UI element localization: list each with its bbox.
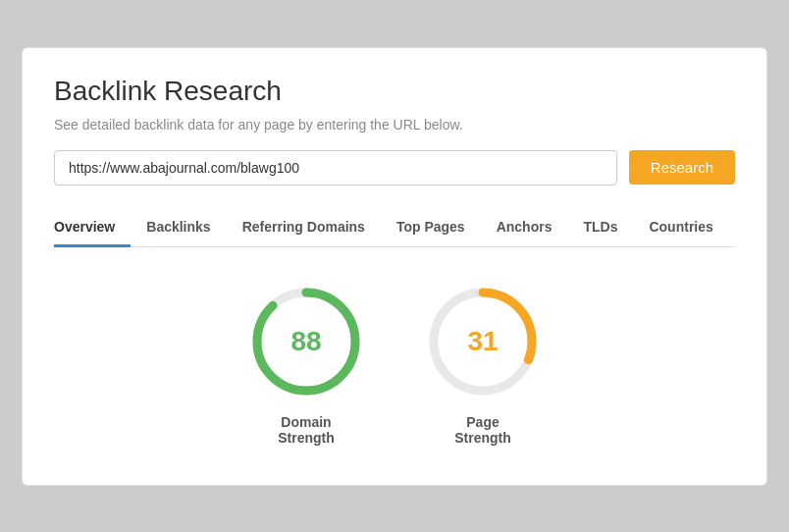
metrics-row: 88 Domain Strength 31 Page Strength — [54, 283, 735, 446]
search-row: Research — [54, 150, 735, 186]
page-strength-metric: 31 Page Strength — [424, 283, 542, 446]
page-strength-circle: 31 — [424, 283, 542, 400]
tab-referring-domains[interactable]: Referring Domains — [227, 209, 381, 247]
tab-overview[interactable]: Overview — [54, 209, 131, 247]
tab-top-pages[interactable]: Top Pages — [381, 209, 481, 247]
tabs-nav: Overview Backlinks Referring Domains Top… — [54, 209, 735, 247]
subtitle: See detailed backlink data for any page … — [54, 117, 735, 133]
main-card: Backlink Research See detailed backlink … — [22, 47, 767, 486]
research-button[interactable]: Research — [629, 150, 735, 185]
domain-strength-label: Domain Strength — [278, 414, 335, 446]
tab-backlinks[interactable]: Backlinks — [131, 209, 226, 247]
tab-tlds[interactable]: TLDs — [567, 209, 633, 247]
domain-strength-value: 88 — [290, 326, 321, 357]
page-title: Backlink Research — [54, 76, 735, 107]
page-strength-value: 31 — [467, 326, 498, 357]
tab-anchors[interactable]: Anchors — [481, 209, 568, 247]
page-strength-label: Page Strength — [454, 414, 511, 446]
tab-countries[interactable]: Countries — [633, 209, 728, 247]
domain-strength-metric: 88 Domain Strength — [247, 283, 365, 446]
domain-strength-circle: 88 — [247, 283, 365, 400]
url-input[interactable] — [54, 150, 617, 186]
